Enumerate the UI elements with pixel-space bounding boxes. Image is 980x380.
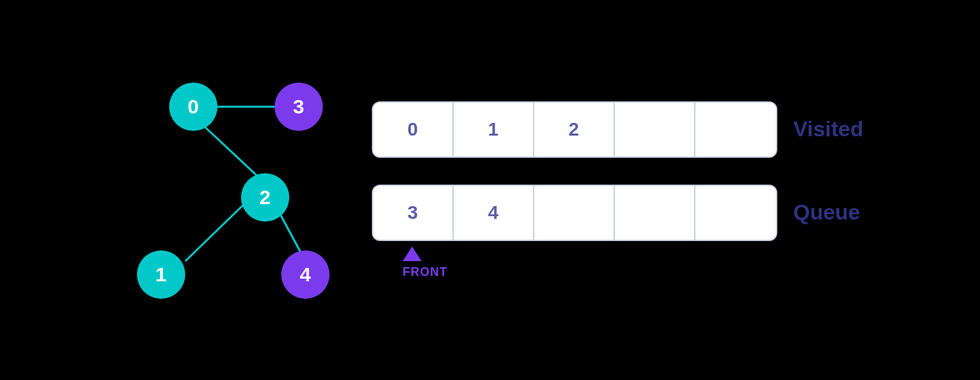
queue-cell-2 — [534, 186, 615, 240]
visited-cell-3 — [615, 103, 695, 156]
front-arrow-icon — [403, 246, 422, 261]
node-3: 3 — [275, 83, 323, 131]
bottom-section: 3 4 Queue FRONT — [372, 185, 863, 279]
visited-cell-0: 0 — [373, 103, 454, 156]
visited-cell-1: 1 — [454, 103, 534, 156]
node-1: 1 — [137, 250, 185, 299]
visited-cell-4 — [695, 103, 776, 156]
visited-array: 0 1 2 — [372, 101, 777, 158]
right-panel: 0 1 2 Visited 3 4 Queue — [372, 101, 863, 279]
queue-cell-4 — [695, 186, 776, 240]
node-2: 2 — [241, 173, 289, 222]
svg-line-2 — [185, 197, 251, 261]
queue-cell-3 — [615, 186, 695, 240]
front-label: FRONT — [403, 265, 863, 279]
graph-area: 0 3 2 1 4 — [117, 49, 332, 331]
visited-row: 0 1 2 Visited — [372, 101, 863, 158]
front-indicator: FRONT — [372, 246, 863, 279]
queue-cell-0: 3 — [373, 186, 454, 240]
queue-label: Queue — [793, 200, 861, 225]
queue-row: 3 4 Queue — [372, 185, 863, 241]
visited-cell-2: 2 — [534, 103, 615, 156]
queue-cell-1: 4 — [454, 186, 534, 240]
node-0: 0 — [169, 83, 217, 131]
queue-array: 3 4 — [372, 185, 777, 241]
main-container: 0 3 2 1 4 0 1 2 Visited — [117, 49, 863, 331]
node-4: 4 — [281, 250, 330, 299]
visited-label: Visited — [793, 117, 863, 142]
